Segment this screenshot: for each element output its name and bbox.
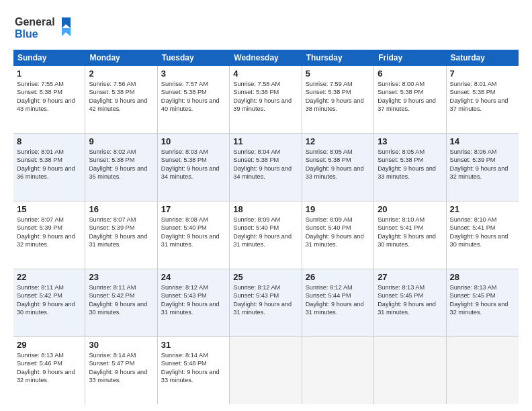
calendar-cell: 28Sunrise: 8:13 AM Sunset: 5:45 PM Dayli… (447, 269, 519, 336)
calendar-cell: 18Sunrise: 8:09 AM Sunset: 5:40 PM Dayli… (230, 201, 302, 269)
calendar-week-row: 8Sunrise: 8:01 AM Sunset: 5:38 PM Daylig… (13, 134, 519, 201)
cell-info: Sunrise: 8:13 AM Sunset: 5:46 PM Dayligh… (17, 351, 81, 385)
page: General Blue SundayMondayTuesdayWednesda… (0, 0, 532, 411)
day-number: 5 (306, 68, 370, 79)
day-number: 3 (161, 68, 226, 79)
calendar-cell: 16Sunrise: 8:07 AM Sunset: 5:39 PM Dayli… (85, 201, 157, 269)
day-number: 21 (450, 204, 515, 214)
cell-info: Sunrise: 8:10 AM Sunset: 5:41 PM Dayligh… (378, 216, 442, 249)
day-number: 2 (89, 68, 153, 79)
cell-info: Sunrise: 7:58 AM Sunset: 5:38 PM Dayligh… (233, 80, 298, 113)
cell-info: Sunrise: 8:05 AM Sunset: 5:38 PM Dayligh… (306, 148, 370, 181)
calendar-body: 1Sunrise: 7:55 AM Sunset: 5:38 PM Daylig… (13, 66, 519, 404)
header: General Blue (13, 12, 519, 43)
svg-text:Blue: Blue (15, 28, 38, 40)
cell-info: Sunrise: 8:12 AM Sunset: 5:43 PM Dayligh… (233, 283, 298, 317)
calendar-cell: 20Sunrise: 8:10 AM Sunset: 5:41 PM Dayli… (374, 201, 446, 269)
cell-info: Sunrise: 8:13 AM Sunset: 5:45 PM Dayligh… (378, 283, 442, 317)
calendar-cell: 23Sunrise: 8:11 AM Sunset: 5:42 PM Dayli… (85, 269, 157, 336)
cell-info: Sunrise: 7:55 AM Sunset: 5:38 PM Dayligh… (17, 80, 81, 113)
cell-info: Sunrise: 8:09 AM Sunset: 5:40 PM Dayligh… (233, 216, 298, 249)
calendar-cell (447, 337, 519, 404)
day-number: 27 (378, 272, 442, 282)
day-number: 24 (161, 272, 226, 282)
cell-info: Sunrise: 8:09 AM Sunset: 5:40 PM Dayligh… (306, 216, 370, 249)
cell-info: Sunrise: 8:05 AM Sunset: 5:38 PM Dayligh… (378, 148, 442, 181)
calendar-cell: 5Sunrise: 7:59 AM Sunset: 5:38 PM Daylig… (302, 66, 374, 133)
cell-info: Sunrise: 7:56 AM Sunset: 5:38 PM Dayligh… (89, 80, 153, 113)
day-number: 20 (378, 204, 442, 214)
day-number: 22 (17, 272, 81, 282)
calendar-cell: 11Sunrise: 8:04 AM Sunset: 5:38 PM Dayli… (230, 134, 302, 201)
cell-info: Sunrise: 8:01 AM Sunset: 5:38 PM Dayligh… (450, 80, 515, 113)
calendar-cell: 27Sunrise: 8:13 AM Sunset: 5:45 PM Dayli… (374, 269, 446, 336)
day-number: 11 (233, 136, 298, 146)
day-number: 6 (378, 68, 442, 79)
day-number: 7 (450, 68, 515, 79)
logo: General Blue (13, 12, 74, 43)
calendar-cell: 10Sunrise: 8:03 AM Sunset: 5:38 PM Dayli… (158, 134, 230, 201)
cell-info: Sunrise: 7:57 AM Sunset: 5:38 PM Dayligh… (161, 80, 226, 113)
day-number: 14 (450, 136, 515, 146)
calendar-cell: 13Sunrise: 8:05 AM Sunset: 5:38 PM Dayli… (374, 134, 446, 201)
calendar-cell (302, 337, 374, 404)
calendar-cell: 3Sunrise: 7:57 AM Sunset: 5:38 PM Daylig… (158, 66, 230, 133)
cell-info: Sunrise: 8:08 AM Sunset: 5:40 PM Dayligh… (161, 216, 226, 249)
day-number: 19 (306, 204, 370, 214)
calendar-cell: 22Sunrise: 8:11 AM Sunset: 5:42 PM Dayli… (13, 269, 85, 336)
calendar-cell (374, 337, 446, 404)
calendar-week-row: 22Sunrise: 8:11 AM Sunset: 5:42 PM Dayli… (13, 269, 519, 337)
cell-info: Sunrise: 8:13 AM Sunset: 5:45 PM Dayligh… (450, 283, 515, 317)
day-number: 31 (161, 340, 226, 350)
cell-info: Sunrise: 8:12 AM Sunset: 5:43 PM Dayligh… (161, 283, 226, 317)
calendar-cell: 1Sunrise: 7:55 AM Sunset: 5:38 PM Daylig… (13, 66, 85, 133)
calendar-cell: 8Sunrise: 8:01 AM Sunset: 5:38 PM Daylig… (13, 134, 85, 201)
day-number: 13 (378, 136, 442, 146)
calendar-cell: 7Sunrise: 8:01 AM Sunset: 5:38 PM Daylig… (447, 66, 519, 133)
day-number: 23 (89, 272, 153, 282)
calendar-cell: 2Sunrise: 7:56 AM Sunset: 5:38 PM Daylig… (85, 66, 157, 133)
day-number: 17 (161, 204, 226, 214)
cell-info: Sunrise: 8:14 AM Sunset: 5:47 PM Dayligh… (89, 351, 153, 385)
day-number: 8 (17, 136, 81, 146)
day-number: 9 (89, 136, 153, 146)
weekday-header: Tuesday (158, 50, 230, 66)
calendar-cell: 14Sunrise: 8:06 AM Sunset: 5:39 PM Dayli… (447, 134, 519, 201)
svg-text:General: General (15, 16, 55, 28)
cell-info: Sunrise: 8:02 AM Sunset: 5:38 PM Dayligh… (89, 148, 153, 181)
cell-info: Sunrise: 8:06 AM Sunset: 5:39 PM Dayligh… (450, 148, 515, 181)
weekday-header: Sunday (13, 50, 85, 66)
day-number: 15 (17, 204, 81, 214)
cell-info: Sunrise: 8:14 AM Sunset: 5:48 PM Dayligh… (161, 351, 226, 385)
cell-info: Sunrise: 8:07 AM Sunset: 5:39 PM Dayligh… (17, 216, 81, 249)
calendar-cell: 30Sunrise: 8:14 AM Sunset: 5:47 PM Dayli… (85, 337, 157, 404)
day-number: 16 (89, 204, 153, 214)
calendar-cell: 4Sunrise: 7:58 AM Sunset: 5:38 PM Daylig… (230, 66, 302, 133)
calendar-cell: 19Sunrise: 8:09 AM Sunset: 5:40 PM Dayli… (302, 201, 374, 269)
calendar-cell: 12Sunrise: 8:05 AM Sunset: 5:38 PM Dayli… (302, 134, 374, 201)
calendar-cell: 31Sunrise: 8:14 AM Sunset: 5:48 PM Dayli… (158, 337, 230, 404)
calendar: SundayMondayTuesdayWednesdayThursdayFrid… (13, 50, 519, 404)
calendar-cell: 21Sunrise: 8:10 AM Sunset: 5:41 PM Dayli… (447, 201, 519, 269)
day-number: 26 (306, 272, 370, 282)
calendar-week-row: 15Sunrise: 8:07 AM Sunset: 5:39 PM Dayli… (13, 201, 519, 269)
weekday-header: Monday (85, 50, 157, 66)
calendar-cell (230, 337, 302, 404)
cell-info: Sunrise: 8:03 AM Sunset: 5:38 PM Dayligh… (161, 148, 226, 181)
cell-info: Sunrise: 8:12 AM Sunset: 5:44 PM Dayligh… (306, 283, 370, 317)
cell-info: Sunrise: 8:00 AM Sunset: 5:38 PM Dayligh… (378, 80, 442, 113)
cell-info: Sunrise: 8:10 AM Sunset: 5:41 PM Dayligh… (450, 216, 515, 249)
calendar-cell: 24Sunrise: 8:12 AM Sunset: 5:43 PM Dayli… (158, 269, 230, 336)
calendar-cell: 26Sunrise: 8:12 AM Sunset: 5:44 PM Dayli… (302, 269, 374, 336)
calendar-cell: 9Sunrise: 8:02 AM Sunset: 5:38 PM Daylig… (85, 134, 157, 201)
day-number: 29 (17, 340, 81, 350)
weekday-header: Thursday (302, 50, 374, 66)
calendar-cell: 25Sunrise: 8:12 AM Sunset: 5:43 PM Dayli… (230, 269, 302, 336)
cell-info: Sunrise: 8:04 AM Sunset: 5:38 PM Dayligh… (233, 148, 298, 181)
cell-info: Sunrise: 7:59 AM Sunset: 5:38 PM Dayligh… (306, 80, 370, 113)
weekday-header: Wednesday (230, 50, 302, 66)
cell-info: Sunrise: 8:01 AM Sunset: 5:38 PM Dayligh… (17, 148, 81, 181)
day-number: 1 (17, 68, 81, 79)
weekday-header: Friday (374, 50, 446, 66)
weekday-header: Saturday (447, 50, 519, 66)
